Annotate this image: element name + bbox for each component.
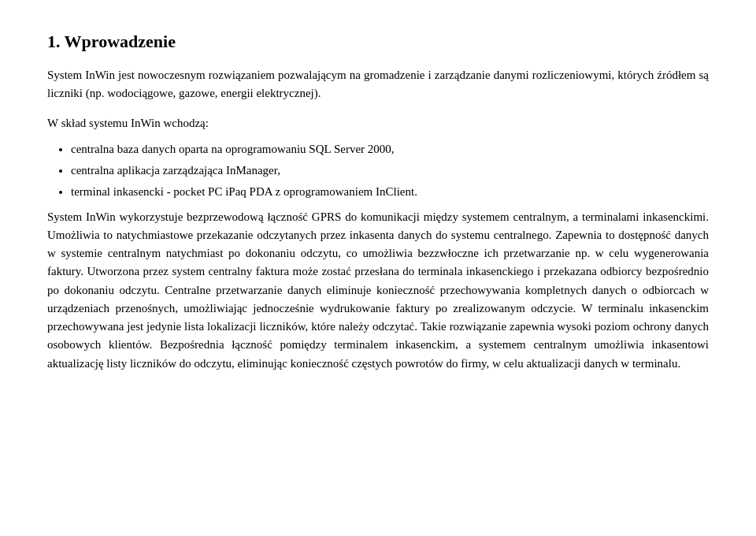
feature-list: centralna baza danych oparta na oprogram… (71, 140, 709, 202)
list-item: terminal inkasencki - pocket PC iPaq PDA… (71, 183, 709, 201)
paragraph-1: System InWin jest nowoczesnym rozwiązani… (47, 66, 709, 103)
page-title: 1. Wprowadzenie (47, 32, 709, 52)
paragraph-2-intro: W skład systemu InWin wchodzą: (47, 114, 709, 132)
list-item: centralna baza danych oparta na oprogram… (71, 140, 709, 158)
list-item: centralna aplikacja zarządzająca InManag… (71, 162, 709, 180)
main-content: System InWin jest nowoczesnym rozwiązani… (47, 66, 709, 373)
paragraph-3: System InWin wykorzystuje bezprzewodową … (47, 208, 709, 373)
